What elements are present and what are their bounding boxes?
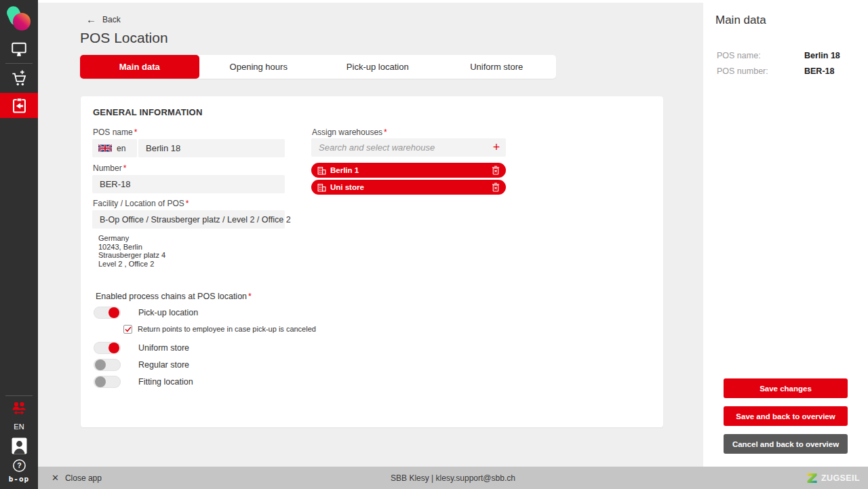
facility-label: Facility / Location of POS*: [93, 199, 189, 208]
required-asterisk: *: [134, 128, 138, 137]
return-points-row: Return points to employee in case pick-u…: [123, 324, 316, 334]
checkmark-icon: [125, 326, 132, 332]
app-logo-icon: [6, 5, 32, 33]
sidebar-item-cart[interactable]: [0, 66, 38, 91]
summary-pos-number-label: POS number:: [717, 66, 768, 76]
regular-store-toggle[interactable]: [94, 359, 121, 371]
zugseil-logo-icon: [806, 473, 818, 484]
sidebar-item-profile[interactable]: [0, 436, 38, 455]
toggle-knob: [108, 307, 119, 318]
warehouse-search-box: +: [311, 138, 506, 157]
sidebar-divider: [5, 63, 33, 64]
assign-warehouses-label: Assign warehouses*: [312, 128, 387, 137]
fitting-location-toggle[interactable]: [94, 376, 121, 388]
warehouse-icon: [317, 166, 326, 175]
support-info: SBB Klesy | klesy.support@sbb.ch: [38, 473, 868, 483]
warehouse-chip-berlin-1: Berlin 1: [311, 163, 506, 178]
warehouse-chip-label: Uni store: [330, 183, 364, 191]
close-icon: ✕: [52, 473, 59, 483]
tab-bar: Main data Opening hours Pick-up location…: [80, 55, 556, 79]
app-window: EN ? b-op ← Back POS Locat: [0, 0, 868, 489]
help-icon: ?: [12, 458, 26, 473]
facility-address: Germany 10243, Berlin Strausberger platz…: [98, 234, 165, 268]
toggle-row-regular-store: Regular store: [94, 359, 189, 371]
number-input[interactable]: [92, 175, 285, 193]
back-button[interactable]: ← Back: [86, 14, 121, 24]
return-points-checkbox[interactable]: [123, 325, 132, 334]
monitor-icon: [10, 41, 28, 58]
facility-select[interactable]: B-Op Office / Strausberger platz / Level…: [92, 210, 285, 229]
sidebar-item-pos-location[interactable]: [0, 93, 38, 118]
toggle-label: Uniform store: [138, 343, 189, 353]
language-label: EN: [14, 423, 24, 431]
required-asterisk: *: [186, 199, 189, 208]
toggle-row-pickup-location: Pick-up location: [94, 307, 198, 319]
warehouse-chip-uni-store: Uni store: [311, 180, 506, 195]
tab-opening-hours[interactable]: Opening hours: [199, 55, 319, 79]
sidebar: EN ? b-op: [0, 0, 38, 489]
sidebar-divider: [5, 395, 33, 396]
top-edge-strip: [38, 0, 868, 3]
required-asterisk: *: [384, 128, 387, 137]
add-warehouse-button[interactable]: +: [487, 138, 506, 157]
toggle-knob: [95, 376, 106, 387]
address-line: Level 2 , Office 2: [98, 260, 165, 269]
number-label: Number*: [93, 163, 126, 173]
general-information-card: GENERAL INFORMATION POS name* en Number*…: [81, 96, 663, 427]
summary-panel: Main data POS name: Berlin 18 POS number…: [703, 0, 868, 467]
pos-name-input[interactable]: [138, 139, 285, 157]
warehouse-chip-label: Berlin 1: [330, 166, 359, 174]
trash-icon: [492, 182, 500, 192]
address-line: Germany: [98, 234, 165, 243]
warehouse-search-input[interactable]: [311, 138, 487, 157]
pickup-location-toggle[interactable]: [94, 307, 121, 319]
uk-flag-icon: [98, 144, 112, 152]
tab-pickup-location[interactable]: Pick-up location: [318, 55, 437, 79]
language-selector[interactable]: en: [92, 139, 137, 157]
avatar-icon: [12, 437, 27, 454]
clipboard-return-icon: [10, 96, 28, 115]
facility-value: B-Op Office / Strausberger platz / Level…: [100, 215, 291, 224]
zugseil-brand: ZUGSEIL: [806, 473, 860, 484]
checkbox-label: Return points to employee in case pick-u…: [138, 325, 316, 333]
section-title: GENERAL INFORMATION: [93, 107, 202, 117]
toggle-row-fitting-location: Fitting location: [94, 376, 193, 388]
required-asterisk: *: [123, 163, 127, 173]
summary-pos-number-value: BER-18: [804, 66, 834, 76]
save-changes-button[interactable]: Save changes: [724, 378, 848, 398]
process-chains-label: Enabled process chains at POS location*: [96, 292, 252, 301]
required-asterisk: *: [248, 292, 252, 301]
cart-plus-icon: [10, 69, 28, 88]
sidebar-item-help[interactable]: ?: [0, 457, 38, 473]
svg-text:?: ?: [17, 461, 21, 469]
address-line: 10243, Berlin: [98, 243, 165, 252]
pos-name-label: POS name*: [93, 128, 137, 137]
close-app-label: Close app: [65, 473, 102, 483]
trash-icon: [492, 165, 500, 175]
cancel-and-back-button[interactable]: Cancel and back to overview: [724, 434, 848, 454]
tab-main-data[interactable]: Main data: [80, 55, 199, 79]
remove-warehouse-button[interactable]: [492, 182, 500, 192]
toggle-label: Pick-up location: [138, 308, 198, 317]
summary-pos-name-label: POS name:: [717, 51, 761, 60]
zugseil-brand-text: ZUGSEIL: [821, 473, 860, 483]
app-logo[interactable]: [0, 3, 38, 35]
team-icon: [10, 401, 28, 416]
save-and-back-button[interactable]: Save and back to overview: [724, 406, 848, 426]
summary-title: Main data: [715, 14, 766, 27]
remove-warehouse-button[interactable]: [492, 165, 500, 175]
close-app-button[interactable]: ✕ Close app: [52, 473, 102, 483]
language-code: en: [117, 144, 125, 153]
back-arrow-icon: ←: [86, 14, 96, 24]
toggle-row-uniform-store: Uniform store: [94, 342, 189, 354]
sidebar-brand: b-op: [0, 473, 38, 484]
bop-logo: b-op: [9, 475, 30, 484]
footer-bar: SBB Klesy | klesy.support@sbb.ch ✕ Close…: [38, 467, 868, 489]
sidebar-item-team[interactable]: [0, 399, 38, 417]
tab-uniform-store[interactable]: Uniform store: [437, 55, 557, 79]
sidebar-language[interactable]: EN: [0, 420, 38, 433]
toggle-label: Fitting location: [138, 377, 193, 387]
uniform-store-toggle[interactable]: [94, 342, 121, 354]
sidebar-item-monitor[interactable]: [0, 38, 38, 60]
summary-pos-name-value: Berlin 18: [804, 51, 840, 60]
